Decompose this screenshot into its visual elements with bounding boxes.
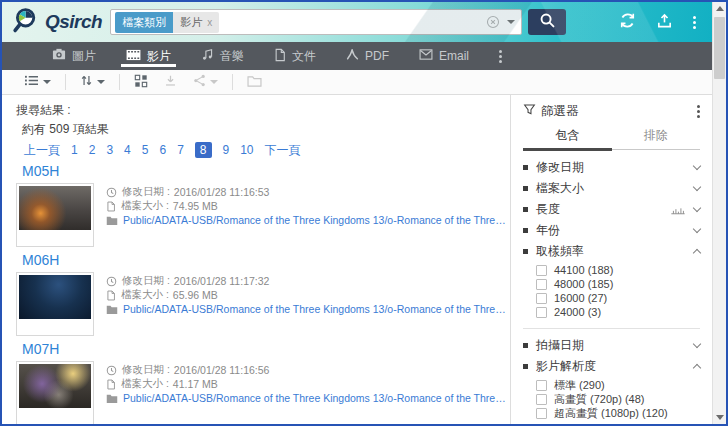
file-path-link[interactable]: Public/ADATA-USB/Romance of the Three Ki… xyxy=(123,214,510,226)
vertical-scrollbar[interactable] xyxy=(712,2,726,424)
pagination-page-7[interactable]: 7 xyxy=(177,143,184,157)
music-note-icon xyxy=(201,48,214,64)
checkbox[interactable] xyxy=(536,394,547,405)
chevron-down-icon xyxy=(693,204,701,212)
filter-tab-include[interactable]: 包含 xyxy=(523,127,612,151)
main-column: Qsirch 檔案類別 影片 x xyxy=(2,2,712,424)
search-icon xyxy=(539,12,556,32)
bullet-icon xyxy=(523,186,528,191)
result-thumbnail[interactable] xyxy=(16,361,94,424)
share-button[interactable] xyxy=(185,74,226,90)
filter-tab-exclude[interactable]: 排除 xyxy=(612,127,701,149)
pagination-page-6[interactable]: 6 xyxy=(159,143,166,157)
scrollbar-thumb[interactable] xyxy=(714,17,725,79)
scroll-up-icon[interactable] xyxy=(713,2,726,15)
filter-section-modified-date[interactable]: 修改日期 xyxy=(523,157,700,178)
pagination-page-3[interactable]: 3 xyxy=(106,143,113,157)
pagination-page-10[interactable]: 10 xyxy=(240,143,253,157)
document-icon xyxy=(274,48,286,65)
pagination-page-8-active[interactable]: 8 xyxy=(195,142,212,158)
result-thumbnail[interactable] xyxy=(16,183,94,247)
search-box[interactable]: 檔案類別 影片 x xyxy=(110,9,522,35)
tag-remove-icon[interactable]: x xyxy=(207,17,212,28)
pagination-page-4[interactable]: 4 xyxy=(124,143,131,157)
checkbox[interactable] xyxy=(536,307,547,318)
filter-option[interactable]: 48000 (185) xyxy=(536,277,700,291)
filter-section-capture-date[interactable]: 拍攝日期 xyxy=(523,335,700,356)
bullet-icon xyxy=(523,207,528,212)
download-button[interactable] xyxy=(156,74,185,90)
toolbar-separator xyxy=(65,74,66,90)
film-icon xyxy=(126,49,141,64)
file-icon xyxy=(106,379,116,390)
qsirch-logo: Qsirch xyxy=(12,6,102,38)
modified-value: 2016/01/28 11:17:32 xyxy=(174,275,270,287)
search-button[interactable] xyxy=(528,9,566,35)
sample-rate-options: 44100 (188) 48000 (185) 16000 (27) xyxy=(523,262,700,322)
result-title-link[interactable]: M05H xyxy=(22,163,510,179)
range-slider-icon[interactable] xyxy=(670,205,686,215)
result-thumbnail[interactable] xyxy=(16,272,94,336)
checkbox[interactable] xyxy=(536,380,547,391)
filter-option[interactable]: 超高畫質 (1080p) (120) xyxy=(536,406,700,420)
scroll-down-icon[interactable] xyxy=(713,411,726,424)
header-menu-icon[interactable] xyxy=(693,16,696,29)
filter-section-sample-rate[interactable]: 取樣頻率 xyxy=(523,241,700,262)
share-icon xyxy=(193,74,206,90)
pagination-prev[interactable]: 上一頁 xyxy=(24,142,60,159)
modified-value: 2016/01/28 11:16:56 xyxy=(174,364,270,376)
thumbnail-image xyxy=(19,364,91,408)
filter-section-duration[interactable]: 長度 xyxy=(523,199,700,220)
pagination-page-9[interactable]: 9 xyxy=(223,143,230,157)
magnifier-logo-icon xyxy=(12,6,41,38)
tab-music[interactable]: 音樂 xyxy=(201,42,244,70)
tab-documents[interactable]: 文件 xyxy=(274,42,316,70)
result-title-link[interactable]: M07H xyxy=(22,341,510,357)
filter-option[interactable]: 標準 (290) xyxy=(536,378,700,392)
filter-option[interactable]: 高畫質 (720p) (48) xyxy=(536,392,700,406)
tab-images[interactable]: 圖片 xyxy=(52,42,96,70)
scrollbar-track[interactable] xyxy=(713,15,726,411)
grid-view-button[interactable] xyxy=(126,74,156,91)
checkbox[interactable] xyxy=(536,265,547,276)
modified-value: 2016/01/28 11:16:53 xyxy=(174,186,270,198)
result-title-link[interactable]: M06H xyxy=(22,252,510,268)
upload-icon[interactable] xyxy=(656,12,673,32)
refresh-icon[interactable] xyxy=(619,12,636,32)
sort-button[interactable] xyxy=(72,74,113,90)
toolbar-separator xyxy=(119,74,120,90)
search-dropdown-caret-icon[interactable] xyxy=(507,20,515,24)
checkbox[interactable] xyxy=(536,408,547,419)
filter-option[interactable]: 16000 (27) xyxy=(536,291,700,305)
section-divider xyxy=(523,328,700,329)
filter-title: 篩選器 xyxy=(541,103,579,120)
file-path-link[interactable]: Public/ADATA-USB/Romance of the Three Ki… xyxy=(123,303,510,315)
tab-videos[interactable]: 影片 xyxy=(126,42,171,70)
thumbnail-image xyxy=(19,275,91,319)
envelope-icon xyxy=(419,49,433,63)
bullet-icon xyxy=(523,249,528,254)
search-tag-category: 檔案類別 xyxy=(115,12,173,33)
pagination-page-1[interactable]: 1 xyxy=(71,143,78,157)
checkbox[interactable] xyxy=(536,279,547,290)
filter-option[interactable]: 24000 (3) xyxy=(536,305,700,319)
tab-email[interactable]: Email xyxy=(419,42,469,70)
search-input[interactable] xyxy=(219,15,486,29)
filter-section-file-size[interactable]: 檔案大小 xyxy=(523,178,700,199)
nav-more-icon[interactable] xyxy=(499,42,502,70)
pagination-next[interactable]: 下一頁 xyxy=(265,142,301,159)
filter-menu-icon[interactable] xyxy=(697,105,700,118)
view-mode-button[interactable] xyxy=(16,74,59,90)
filter-option[interactable]: 44100 (188) xyxy=(536,263,700,277)
filter-section-video-resolution[interactable]: 影片解析度 xyxy=(523,356,700,377)
file-path-link[interactable]: Public/ADATA-USB/Romance of the Three Ki… xyxy=(123,392,510,404)
tab-pdf[interactable]: PDF xyxy=(346,42,389,70)
pagination-page-5[interactable]: 5 xyxy=(142,143,149,157)
clear-search-icon[interactable] xyxy=(486,15,500,29)
pagination-page-2[interactable]: 2 xyxy=(89,143,96,157)
checkbox[interactable] xyxy=(536,293,547,304)
filter-section-year[interactable]: 年份 xyxy=(523,220,700,241)
share-caret-icon xyxy=(210,80,218,84)
tab-label: PDF xyxy=(365,49,389,63)
open-folder-button[interactable] xyxy=(239,75,270,90)
